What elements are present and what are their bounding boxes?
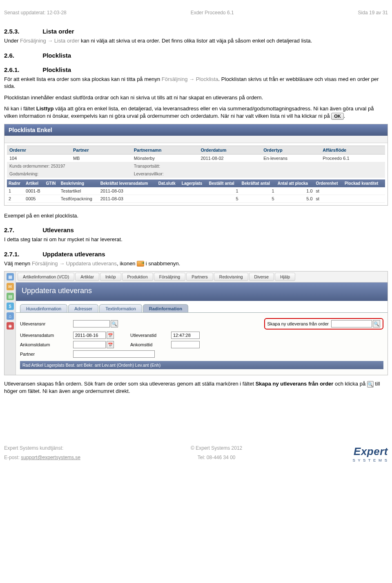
screenshot-plocklista-enkel: Plocklista Enkel Ordernr Partner Partner… (4, 124, 388, 206)
sidebar-icon[interactable]: ◉ (7, 322, 14, 330)
link-plocklista: Plocklista (196, 76, 218, 82)
menu-item[interactable]: Artikelinformation (VCD) (18, 273, 74, 281)
label-utleveranstid: Utleveranstid (130, 333, 171, 338)
label-utleveransnr: Utleveransnr (20, 321, 73, 326)
th: Beskrivning (59, 179, 99, 187)
header-center: Exder Proceedo 6.1 (191, 10, 234, 16)
tab-radinformation[interactable]: Radinformation (143, 304, 188, 312)
footer-line1: Expert Systems kundtjänst: (4, 444, 80, 453)
sidebar-icon[interactable]: $ (7, 303, 14, 310)
menu-item[interactable]: Hjälp (275, 273, 295, 281)
sectitle-271: Uppdatera utleverans (42, 251, 105, 258)
td: 0001-B (24, 187, 45, 195)
input-utleveransnr[interactable] (73, 320, 110, 327)
td: 2011-08-03 (99, 195, 157, 202)
order-lines-table: Radnr Artikel GTIN Beskrivning Bekräftat… (7, 179, 385, 203)
input-utleveransdatum[interactable]: 2011-08-16 (73, 332, 106, 339)
para-261-2: Plocklistan innehåller endast slutförda … (4, 94, 388, 101)
heading-271: 2.7.1. Uppdatera utleverans (4, 251, 388, 258)
sidebar-icon[interactable]: ⌂ (7, 312, 14, 320)
calendar-icon[interactable]: 📅 (107, 341, 114, 348)
logo: Expert S Y S T E M S (352, 445, 388, 462)
td: 2011-08-03 (99, 187, 157, 195)
menu-item[interactable]: Redovisning (214, 273, 248, 281)
logo-brand: Expert (352, 445, 388, 458)
td: Leveransvillkor: (131, 170, 385, 177)
caption-shot1: Exempel på en enkel plocklista. (4, 212, 388, 220)
menu-item[interactable]: Inköp (100, 273, 121, 281)
td: 1 (7, 187, 24, 195)
t: Ni kan i fältet (4, 105, 36, 112)
order-summary-table: Ordernr Partner Partnernamn Orderdatum O… (7, 146, 385, 178)
td (180, 195, 207, 202)
ok-button-inline: OK (331, 113, 344, 120)
th: Radnr (7, 179, 24, 187)
search-icon[interactable]: 🔍 (373, 320, 380, 327)
input-partner[interactable] (73, 350, 155, 358)
highlight-skapa-order: Skapa ny utleverans från order 🔍 (264, 318, 383, 330)
tab-adresser[interactable]: Adresser (68, 304, 98, 312)
para-after-shot2: Utleveransen skapas från ordern. Sök fra… (4, 380, 388, 395)
secnum-271: 2.7.1. (4, 251, 41, 258)
t: Utleveransen skapas från ordern. Sök fra… (4, 381, 256, 387)
t: . (344, 113, 345, 119)
search-icon[interactable]: 🔍 (111, 320, 118, 327)
input-ankomsttid[interactable] (171, 341, 200, 348)
sidebar-icon[interactable]: ▦ (7, 273, 14, 280)
td (180, 187, 207, 195)
td: Transportsätt: (131, 162, 385, 170)
table-row: 10001-BTestartikel2011-08-03111.0st (7, 187, 385, 195)
sidebar-icon[interactable]: ▤ (7, 293, 14, 300)
td (343, 195, 385, 202)
menu-item[interactable]: Försäljning (154, 273, 185, 281)
shot1-toolbar (4, 136, 388, 143)
t: E-post: (4, 455, 21, 460)
t: i snabbmenyn. (144, 260, 180, 267)
td: Kunds ordernummer: 253197 (7, 162, 131, 170)
heading-261: 2.6.1. Plocklista (4, 66, 388, 73)
input-utleveranstid[interactable]: 12:47:28 (171, 332, 200, 339)
td: 2 (7, 195, 24, 202)
sectitle-253: Lista order (42, 28, 74, 35)
footer-copyright: © Expert Systems 2012 (191, 444, 242, 453)
link-listaorder: Lista order (54, 38, 79, 44)
page-footer: Expert Systems kundtjänst: E-post: suppo… (4, 444, 388, 462)
menu-item[interactable]: Diverse (249, 273, 274, 281)
menu-item[interactable]: Artiklar (75, 273, 99, 281)
td: 104 (7, 154, 71, 162)
th: GTIN (45, 179, 59, 187)
th: Antal att plocka (276, 179, 314, 187)
search-icon: 🔍 (367, 381, 374, 388)
para-271: Välj menyn Försäljning → Uppdatera utlev… (4, 260, 388, 267)
sectitle-26: Plocklista (42, 52, 71, 59)
th: Ordernr (7, 146, 71, 154)
t: , ikonen (117, 260, 137, 267)
td: 5 (207, 195, 240, 202)
screenshot-uppdatera-utleverans: ▦ ✉ ▤ $ ⌂ ◉ Artikelinformation (VCD) Art… (4, 271, 388, 375)
heading-253: 2.5.3. Lista order (4, 28, 388, 35)
menu-item[interactable]: Produktion (122, 273, 153, 281)
bold-skapa: Skapa ny utleverans från order (256, 381, 334, 387)
td (343, 187, 385, 195)
th: Dat.slutk (157, 179, 180, 187)
menu-item[interactable]: Partners (186, 273, 213, 281)
td (45, 195, 59, 202)
bold-listtyp: Listtyp (36, 105, 54, 112)
para-27: I detta steg talar ni om hur mycket ni h… (4, 236, 388, 243)
shot1-title: Plocklista Enkel (4, 124, 388, 136)
input-skapa-order[interactable] (331, 320, 372, 327)
arrow-icon: → (46, 38, 54, 44)
footer-tel: Tel: 08-446 34 00 (191, 453, 242, 462)
sidebar-icon[interactable]: ✉ (7, 283, 14, 290)
th: Plockad kvantitet (343, 179, 385, 187)
td: Proceedo 6.1 (320, 154, 385, 162)
arrow-icon: → (187, 76, 196, 82)
th: Bekräftat antal (240, 179, 276, 187)
input-ankomstdatum[interactable] (73, 341, 106, 348)
tab-textinformation[interactable]: Textinformation (99, 304, 142, 312)
calendar-icon[interactable]: 📅 (107, 332, 114, 339)
footer-email-link[interactable]: support@expertsystems.se (21, 455, 80, 460)
td: En-leverans (261, 154, 320, 162)
td: 1.0 (276, 187, 314, 195)
tab-huvudinformation[interactable]: Huvudinformation (20, 304, 67, 312)
